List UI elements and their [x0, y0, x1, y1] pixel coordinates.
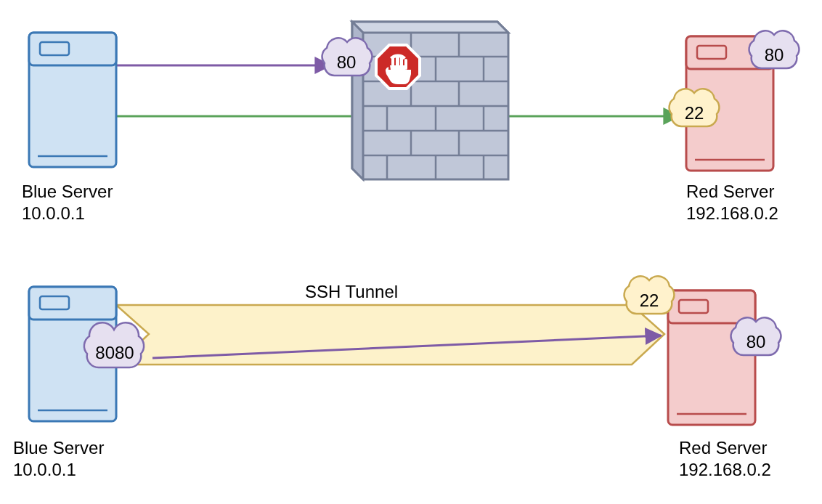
svg-text:10.0.0.1: 10.0.0.1	[22, 203, 85, 223]
cloud-blocked-port-80: 80	[322, 38, 373, 76]
cloud-blue-port-8080: 8080	[84, 322, 144, 367]
red-server-name: Red Server	[686, 182, 774, 201]
svg-rect-30	[404, 59, 407, 70]
firewall-icon	[352, 22, 508, 179]
red-server-ip: 192.168.0.2	[686, 203, 778, 223]
svg-rect-39	[40, 296, 69, 309]
blue-server-name: Blue Server	[22, 182, 113, 201]
svg-rect-2	[40, 42, 69, 55]
blue-server-ip: 10.0.0.1	[13, 460, 76, 479]
ssh-tunnel-diagram: Blue Server 10.0.0.1	[0, 0, 822, 504]
port-label: 80	[337, 52, 357, 72]
blue-server-ip: 10.0.0.1	[22, 203, 85, 223]
svg-text:Red Server: Red Server	[686, 182, 774, 201]
port-label: 8080	[95, 343, 134, 362]
svg-text:Blue Server: Blue Server	[13, 438, 104, 458]
svg-text:Blue Server: Blue Server	[22, 182, 113, 201]
svg-rect-29	[400, 56, 403, 70]
scene-top-before-tunnel: Blue Server 10.0.0.1	[22, 22, 799, 223]
server-icon	[29, 33, 116, 167]
svg-rect-33	[697, 46, 726, 59]
ssh-tunnel-label: SSH Tunnel	[305, 282, 398, 301]
red-server-name: Red Server	[679, 438, 767, 458]
cloud-red-port-80: 80	[749, 31, 799, 68]
blue-server-top: Blue Server 10.0.0.1	[22, 33, 116, 223]
red-server-bottom: Red Server 192.168.0.2	[668, 290, 771, 479]
cloud-red-port-80-bottom: 80	[731, 317, 781, 355]
svg-rect-28	[396, 54, 399, 70]
red-server-ip: 192.168.0.2	[679, 460, 771, 479]
stop-icon	[376, 45, 420, 89]
port-label: 80	[746, 332, 766, 351]
scene-bottom-after-tunnel: SSH Tunnel Blue Server 10.0.0.1 8080	[13, 276, 781, 479]
port-label: 22	[640, 290, 659, 310]
svg-rect-45	[679, 300, 708, 313]
port-label: 22	[685, 103, 704, 123]
svg-text:192.168.0.2: 192.168.0.2	[679, 460, 771, 479]
svg-text:Red Server: Red Server	[679, 438, 767, 458]
port-label: 80	[765, 45, 784, 65]
server-icon	[668, 290, 755, 425]
svg-text:192.168.0.2: 192.168.0.2	[686, 203, 778, 223]
svg-rect-27	[391, 57, 394, 70]
cloud-red-port-22-bottom: 22	[624, 276, 675, 314]
cloud-red-port-22: 22	[670, 89, 720, 126]
svg-text:10.0.0.1: 10.0.0.1	[13, 460, 76, 479]
blue-server-bottom: Blue Server 10.0.0.1	[13, 287, 116, 479]
blue-server-name: Blue Server	[13, 438, 104, 458]
